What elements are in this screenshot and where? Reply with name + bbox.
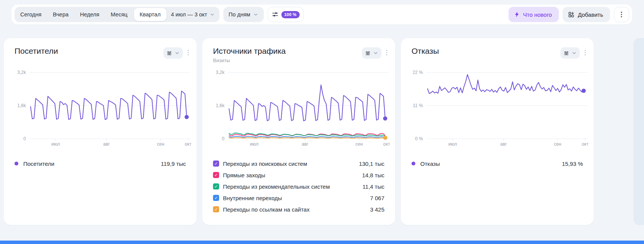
legend-label: Переходы по ссылкам на сайтах: [223, 206, 310, 213]
legend-label: Переходы из рекомендательных систем: [223, 183, 330, 190]
svg-text:авг: авг: [103, 141, 110, 147]
kebab-menu-icon: [584, 50, 586, 56]
kebab-menu-icon: [386, 50, 387, 56]
svg-text:июл: июл: [250, 141, 258, 147]
bounces-chart[interactable]: 22 %11 %0 %июлавгсенокт: [409, 69, 589, 147]
card-subtitle: Визиты: [213, 58, 286, 63]
legend-label: Прямые заходы: [223, 172, 265, 178]
tab-yesterday[interactable]: Вчера: [47, 7, 74, 22]
legend-item: Отказы 15,93 %: [412, 158, 583, 169]
legend-item: Посетители 119,9 тыс: [15, 158, 186, 169]
add-label: Добавить: [578, 11, 603, 18]
svg-text:1,6k: 1,6k: [17, 103, 26, 108]
traffic-sources-chart[interactable]: 3,2k1,6k0июлавгсенокт: [211, 69, 391, 147]
sampling-control[interactable]: 100 %: [268, 7, 304, 22]
legend-value: 15,93 %: [562, 161, 583, 167]
widgets-row: Посетители 3,2k1,6k0июлавгсенокт: [4, 38, 594, 225]
granularity-dropdown[interactable]: По дням: [223, 7, 264, 22]
card-title: Источники трафика: [213, 47, 286, 56]
line-chart-icon: [563, 50, 570, 56]
card-title: Отказы: [412, 47, 439, 56]
legend-item: Переходы из рекомендательных систем 11,4…: [213, 181, 384, 192]
svg-text:окт: окт: [185, 141, 192, 147]
svg-text:0 %: 0 %: [415, 136, 423, 141]
chevron-down-icon: [571, 50, 577, 56]
svg-text:июл: июл: [52, 141, 60, 147]
svg-text:сен: сен: [554, 141, 561, 147]
card-menu-button[interactable]: [384, 48, 389, 58]
sliders-icon: [272, 11, 279, 18]
legend-label: Внутренние переходы: [223, 195, 282, 201]
chevron-down-icon: [210, 12, 215, 17]
series-checkbox[interactable]: [213, 195, 219, 201]
svg-text:3,2k: 3,2k: [17, 70, 26, 75]
svg-text:июл: июл: [449, 141, 457, 147]
tab-week[interactable]: Неделя: [74, 7, 105, 22]
chart-type-dropdown[interactable]: [163, 47, 183, 59]
next-widget-peek: [634, 38, 644, 225]
line-chart-icon: [166, 50, 173, 56]
svg-text:авг: авг: [302, 141, 308, 147]
lightning-icon: [514, 11, 520, 18]
svg-text:окт: окт: [582, 141, 589, 147]
tab-today[interactable]: Сегодня: [15, 7, 47, 22]
grid-plus-icon: [568, 11, 575, 18]
svg-text:11 %: 11 %: [413, 103, 423, 108]
granularity-label: По дням: [229, 11, 250, 18]
visitors-chart[interactable]: 3,2k1,6k0июлавгсенокт: [12, 69, 192, 147]
chevron-down-icon: [253, 12, 258, 17]
svg-text:22 %: 22 %: [413, 70, 423, 75]
legend-item: Переходы из поисковых систем 130,1 тыс: [213, 158, 384, 169]
legend-value: 3 425: [370, 206, 384, 213]
series-checkbox[interactable]: [213, 161, 219, 167]
sampling-badge: 100 %: [281, 11, 300, 18]
chart-type-dropdown[interactable]: [362, 47, 381, 59]
legend-label: Посетители: [23, 161, 54, 167]
tab-month[interactable]: Месяц: [105, 7, 133, 22]
legend-value: 7 067: [370, 195, 384, 201]
series-checkbox[interactable]: [213, 206, 219, 212]
series-checkbox[interactable]: [213, 183, 219, 189]
series-marker[interactable]: [412, 162, 415, 165]
series-checkbox[interactable]: [213, 172, 219, 178]
svg-text:1,6k: 1,6k: [216, 103, 225, 108]
chart-type-dropdown[interactable]: [560, 47, 580, 59]
add-widget-button[interactable]: Добавить: [563, 7, 610, 22]
svg-text:окт: окт: [383, 141, 390, 147]
line-chart-icon: [365, 50, 371, 56]
chevron-down-icon: [174, 50, 180, 56]
legend-value: 14,8 тыс: [362, 172, 384, 178]
card-menu-button[interactable]: [186, 48, 190, 58]
legend: Переходы из поисковых систем 130,1 тыс П…: [213, 158, 384, 215]
whats-new-label: Что нового: [523, 11, 552, 18]
kebab-menu-icon: [621, 11, 622, 18]
legend-item: Прямые заходы 14,8 тыс: [213, 169, 384, 181]
tab-quarter[interactable]: Квартал: [134, 8, 166, 21]
widget-card-visitors: Посетители 3,2k1,6k0июлавгсенокт: [4, 38, 197, 225]
top-toolbar: Сегодня Вчера Неделя Месяц Квартал 4 июл…: [11, 5, 632, 24]
legend: Посетители 119,9 тыс: [15, 158, 186, 169]
whats-new-button[interactable]: Что нового: [508, 7, 558, 22]
legend-value: 119,9 тыс: [161, 161, 186, 167]
svg-text:авг: авг: [500, 141, 507, 147]
legend-item: Переходы по ссылкам на сайтах 3 425: [213, 204, 384, 215]
kebab-menu-icon: [187, 50, 189, 56]
series-marker[interactable]: [15, 162, 18, 165]
legend: Отказы 15,93 %: [412, 158, 583, 169]
svg-text:сен: сен: [157, 141, 164, 147]
svg-text:3,2k: 3,2k: [216, 70, 225, 75]
legend-value: 11,4 тыс: [363, 183, 384, 190]
card-title: Посетители: [15, 47, 58, 56]
legend-label: Отказы: [420, 161, 440, 167]
legend-item: Внутренние переходы 7 067: [213, 192, 384, 204]
bottom-accent-bar: [0, 241, 644, 244]
toolbar-menu-button[interactable]: [614, 7, 629, 22]
date-range-dropdown[interactable]: 4 июл — 3 окт: [167, 7, 220, 22]
svg-text:сен: сен: [355, 141, 363, 147]
svg-text:0: 0: [222, 136, 224, 141]
card-menu-button[interactable]: [583, 48, 588, 58]
chevron-down-icon: [373, 50, 378, 56]
legend-value: 130,1 тыс: [359, 161, 384, 167]
widget-card-traffic-sources: Источники трафика Визиты: [202, 38, 395, 225]
date-range-label: 4 июл — 3 окт: [171, 11, 207, 18]
